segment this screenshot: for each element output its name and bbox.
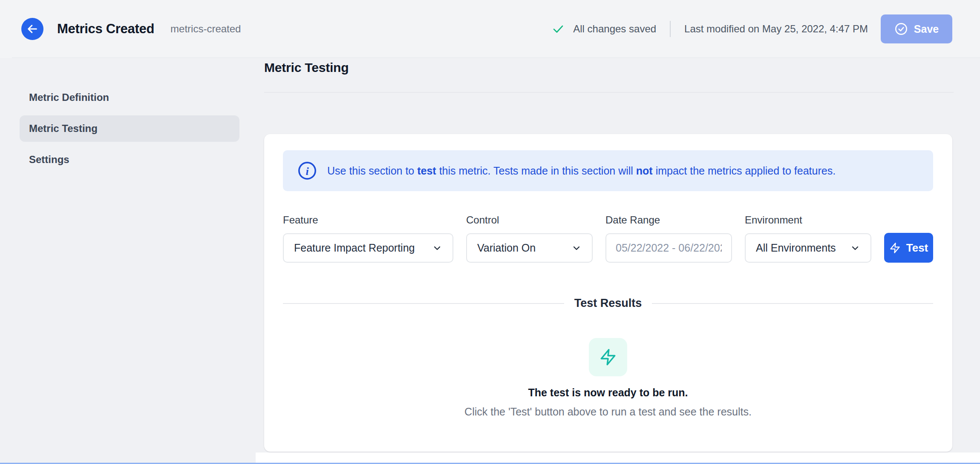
chevron-down-icon xyxy=(850,243,860,253)
save-status-text: All changes saved xyxy=(573,23,656,35)
section-heading: Metric Testing xyxy=(264,60,349,75)
environment-label: Environment xyxy=(745,214,871,226)
section-divider xyxy=(264,92,954,93)
top-bar: Metrics Created metrics-created All chan… xyxy=(0,0,980,58)
environment-dropdown-value: All Environments xyxy=(756,242,836,254)
sidebar: Metric Definition Metric Testing Setting… xyxy=(0,58,256,464)
control-dropdown[interactable]: Variation On xyxy=(466,233,593,263)
feature-label: Feature xyxy=(283,214,453,226)
sidebar-item-label: Metric Testing xyxy=(29,123,98,135)
page-slug: metrics-created xyxy=(170,23,241,35)
info-banner-text: Use this section to test this metric. Te… xyxy=(327,165,836,177)
metric-testing-card: i Use this section to test this metric. … xyxy=(264,134,952,452)
last-modified-text: Last modified on May 25, 2022, 4:47 PM xyxy=(684,23,868,35)
sidebar-item-metric-definition[interactable]: Metric Definition xyxy=(20,84,239,111)
sidebar-item-label: Settings xyxy=(29,154,69,166)
feature-dropdown-value: Feature Impact Reporting xyxy=(294,242,415,254)
save-status: All changes saved xyxy=(552,23,656,35)
svg-text:i: i xyxy=(306,165,309,178)
vertical-divider xyxy=(670,21,671,37)
test-button[interactable]: Test xyxy=(884,233,933,263)
lightning-bolt-icon xyxy=(599,348,617,366)
circle-check-icon xyxy=(894,22,908,36)
lightning-bolt-icon xyxy=(889,242,901,254)
arrow-left-icon xyxy=(26,23,38,35)
environment-dropdown[interactable]: All Environments xyxy=(745,233,871,263)
page-title: Metrics Created xyxy=(57,21,154,37)
test-results-divider: Test Results xyxy=(283,297,933,310)
date-range-input[interactable] xyxy=(605,233,732,263)
feature-dropdown[interactable]: Feature Impact Reporting xyxy=(283,233,453,263)
ready-instruction: Click the 'Test' button above to run a t… xyxy=(283,406,933,418)
chevron-down-icon xyxy=(432,243,442,253)
control-label: Control xyxy=(466,214,593,226)
sidebar-item-metric-testing[interactable]: Metric Testing xyxy=(20,115,239,142)
chevron-down-icon xyxy=(571,243,582,253)
back-button[interactable] xyxy=(21,18,43,40)
test-results-heading: Test Results xyxy=(574,297,642,310)
test-button-label: Test xyxy=(906,241,928,255)
ready-message: The test is now ready to be run. xyxy=(283,387,933,399)
save-button-label: Save xyxy=(914,23,939,35)
save-button[interactable]: Save xyxy=(881,14,952,43)
sidebar-item-label: Metric Definition xyxy=(29,92,109,103)
main-panel: Metric Testing i Use this section to tes… xyxy=(256,58,980,464)
control-dropdown-value: Variation On xyxy=(477,242,536,254)
date-range-label: Date Range xyxy=(605,214,732,226)
check-icon xyxy=(552,23,565,35)
info-icon: i xyxy=(297,161,317,180)
sidebar-item-settings[interactable]: Settings xyxy=(20,146,239,173)
ready-bolt-tile xyxy=(589,338,627,376)
info-banner: i Use this section to test this metric. … xyxy=(283,150,933,191)
test-form: Feature Feature Impact Reporting Control… xyxy=(283,214,933,263)
